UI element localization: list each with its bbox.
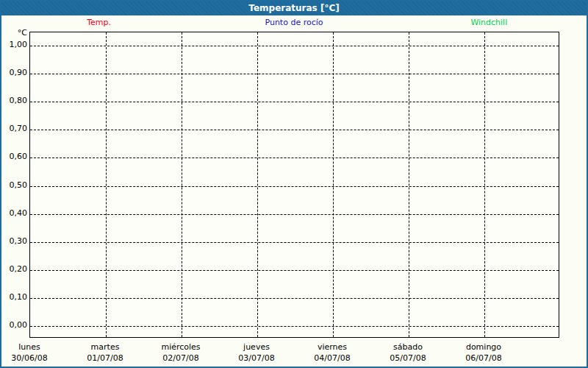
- day-date: 06/07/08: [443, 353, 524, 364]
- y-tick-label: 0,40: [1, 208, 27, 218]
- x-day-label: lunes30/06/08: [0, 342, 70, 364]
- plot-area: [29, 32, 559, 338]
- x-day-label: domingo06/07/08: [443, 342, 524, 364]
- day-name: martes: [65, 342, 146, 353]
- gridline-vertical: [257, 32, 258, 337]
- legend-item-windchill: Windchill: [392, 15, 587, 32]
- x-day-label: miércoles02/07/08: [140, 342, 221, 364]
- day-name: viernes: [292, 342, 373, 353]
- legend-item-temp-: Temp.: [1, 15, 196, 32]
- y-tick-label: 0,90: [1, 68, 27, 77]
- gridline-horizontal: [30, 130, 559, 130]
- gridline-horizontal: [30, 74, 559, 74]
- day-date: 05/07/08: [368, 353, 448, 364]
- day-date: 30/06/08: [0, 353, 70, 364]
- day-name: jueves: [216, 342, 297, 353]
- y-tick-label: 0,20: [1, 264, 27, 274]
- day-date: 03/07/08: [216, 353, 297, 364]
- gridline-vertical: [182, 32, 182, 337]
- x-day-label: martes01/07/08: [65, 342, 146, 364]
- legend-item-punto-de-roc-o: Punto de rocío: [196, 15, 391, 32]
- y-tick-label: 0,70: [1, 124, 27, 133]
- gridline-horizontal: [30, 102, 559, 102]
- gridline-horizontal: [30, 186, 559, 187]
- y-tick-label: 0,60: [1, 152, 27, 161]
- y-tick-label: 0,00: [1, 320, 27, 330]
- gridline-horizontal: [30, 214, 559, 215]
- day-name: domingo: [443, 342, 524, 353]
- gridline-vertical: [484, 32, 485, 337]
- gridline-horizontal: [30, 242, 559, 243]
- y-tick-label: 0,80: [1, 96, 27, 105]
- day-date: 02/07/08: [140, 353, 221, 364]
- gridline-horizontal: [30, 298, 559, 299]
- gridline-horizontal: [30, 46, 559, 46]
- chart-legend: Temp.Punto de rocíoWindchill: [1, 15, 587, 32]
- day-date: 01/07/08: [65, 353, 146, 364]
- gridline-horizontal: [30, 158, 559, 158]
- day-name: miércoles: [140, 342, 221, 353]
- y-axis-unit-label: °C: [1, 28, 27, 38]
- day-name: sábado: [368, 342, 448, 353]
- y-tick-label: 0,10: [1, 292, 27, 302]
- day-name: lunes: [0, 342, 70, 353]
- chart-title: Temperaturas [°C]: [1, 1, 587, 15]
- gridline-vertical: [333, 32, 334, 337]
- y-tick-label: 0,30: [1, 236, 27, 246]
- x-day-label: jueves03/07/08: [216, 342, 297, 364]
- gridline-vertical: [106, 32, 107, 337]
- gridline-horizontal: [30, 326, 559, 327]
- chart-window: Temperaturas [°C] Temp.Punto de rocíoWin…: [0, 0, 588, 368]
- y-tick-label: 1,00: [1, 40, 27, 49]
- y-tick-label: 0,50: [1, 180, 27, 190]
- x-day-label: sábado05/07/08: [368, 342, 448, 364]
- x-day-label: viernes04/07/08: [292, 342, 373, 364]
- gridline-vertical: [409, 32, 409, 337]
- gridline-horizontal: [30, 270, 559, 271]
- day-date: 04/07/08: [292, 353, 373, 364]
